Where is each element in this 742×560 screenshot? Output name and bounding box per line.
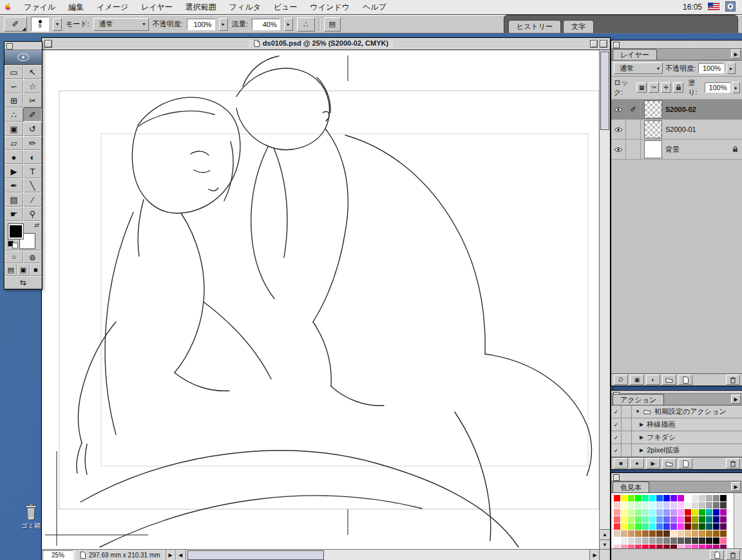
swatch-86[interactable] bbox=[656, 530, 663, 537]
swatch-120[interactable] bbox=[671, 545, 677, 548]
swatch-29[interactable] bbox=[706, 502, 712, 509]
swatch-77[interactable] bbox=[706, 523, 712, 530]
swatch-82[interactable] bbox=[628, 530, 634, 537]
swatch-72[interactable] bbox=[671, 523, 677, 530]
swatch-38[interactable] bbox=[656, 509, 663, 516]
swatch-63[interactable] bbox=[720, 516, 727, 523]
close-icon[interactable] bbox=[44, 40, 52, 48]
delete-swatch-icon[interactable] bbox=[726, 550, 740, 560]
swatch-89[interactable] bbox=[678, 530, 684, 537]
swatch-111[interactable] bbox=[720, 537, 727, 544]
opacity-slider-arrow[interactable]: ▸ bbox=[219, 18, 228, 31]
swatch-56[interactable] bbox=[671, 516, 677, 523]
swatch-21[interactable] bbox=[649, 502, 656, 509]
swatch-118[interactable] bbox=[656, 545, 663, 548]
layer-name[interactable]: 背景 bbox=[665, 145, 732, 154]
swatch-42[interactable] bbox=[685, 509, 691, 516]
swatch-107[interactable] bbox=[692, 537, 698, 544]
paintbrush-tool[interactable]: ✐ bbox=[23, 107, 42, 122]
swatch-91[interactable] bbox=[692, 530, 698, 537]
status-popup-arrow[interactable]: ▶ bbox=[166, 550, 176, 560]
swatch-126[interactable] bbox=[713, 545, 719, 548]
slice-tool[interactable]: ✂ bbox=[23, 93, 42, 107]
swatch-20[interactable] bbox=[642, 502, 649, 509]
swatch-58[interactable] bbox=[685, 516, 691, 523]
swatch-36[interactable] bbox=[642, 509, 649, 516]
canvas-area[interactable] bbox=[42, 50, 600, 550]
collapsed-triangle-icon[interactable]: ▶ bbox=[640, 447, 643, 453]
standard-mode-button[interactable]: ○ bbox=[5, 250, 23, 263]
layers-titlebar[interactable] bbox=[611, 41, 742, 49]
action-check-toggle[interactable]: ✓ bbox=[611, 406, 622, 418]
swatch-83[interactable] bbox=[635, 530, 642, 537]
swatch-71[interactable] bbox=[663, 523, 670, 530]
tab-actions[interactable]: アクション bbox=[613, 394, 664, 405]
tab-layers[interactable]: レイヤー bbox=[613, 49, 657, 60]
move-tool[interactable]: ↖ bbox=[23, 65, 42, 79]
lock-all-button[interactable] bbox=[673, 82, 683, 93]
path-select-tool[interactable]: ▶ bbox=[5, 164, 23, 178]
swatch-79[interactable] bbox=[720, 523, 727, 530]
swatch-10[interactable] bbox=[685, 495, 691, 501]
new-swatch-icon[interactable] bbox=[710, 550, 724, 560]
action-dialog-toggle[interactable] bbox=[622, 418, 632, 431]
swatch-105[interactable] bbox=[678, 537, 684, 544]
jump-to-imageready-button[interactable]: ⇆ bbox=[5, 276, 42, 289]
swatch-54[interactable] bbox=[656, 516, 663, 523]
swatch-12[interactable] bbox=[699, 495, 705, 501]
action-row-0[interactable]: ✓ ▶ 枠線描画 bbox=[611, 418, 742, 431]
swatch-103[interactable] bbox=[663, 537, 670, 544]
type-tool[interactable]: T bbox=[23, 164, 42, 178]
action-dialog-toggle[interactable] bbox=[622, 406, 632, 418]
blend-mode-dropdown[interactable]: 通常 ▾ bbox=[93, 18, 149, 31]
swatch-85[interactable] bbox=[649, 530, 656, 537]
swatch-59[interactable] bbox=[692, 516, 698, 523]
swatch-65[interactable] bbox=[621, 523, 627, 530]
swatch-45[interactable] bbox=[706, 509, 712, 516]
swatch-88[interactable] bbox=[671, 530, 677, 537]
hscroll-track[interactable] bbox=[186, 550, 589, 560]
swatch-1[interactable] bbox=[621, 495, 627, 501]
apple-menu-icon[interactable] bbox=[5, 3, 14, 12]
layer-row-s2000-02[interactable]: ✐ S2000-02 bbox=[611, 100, 742, 120]
history-brush-tool[interactable]: ↺ bbox=[23, 122, 42, 136]
collapsed-triangle-icon[interactable]: ▶ bbox=[640, 422, 643, 427]
swatch-13[interactable] bbox=[706, 495, 712, 501]
action-check-toggle[interactable]: ✓ bbox=[611, 418, 622, 431]
link-cell[interactable] bbox=[626, 120, 641, 139]
current-tool-button[interactable]: ✐ ◢ bbox=[4, 17, 27, 32]
swatch-2[interactable] bbox=[628, 495, 634, 501]
swatch-80[interactable] bbox=[614, 530, 620, 537]
swatch-43[interactable] bbox=[692, 509, 698, 516]
delete-action-icon[interactable] bbox=[726, 458, 740, 469]
pen-tool[interactable]: ✒ bbox=[5, 178, 23, 192]
opacity-input[interactable]: 100% bbox=[187, 19, 215, 30]
swatch-48[interactable] bbox=[614, 516, 620, 523]
layer-blend-mode-dropdown[interactable]: 通常 ▾ bbox=[614, 62, 663, 74]
menu-item-0[interactable]: ファイル bbox=[17, 1, 62, 14]
swatch-18[interactable] bbox=[628, 502, 634, 509]
action-row-2[interactable]: ✓ ▶ 2pixel拡張 bbox=[611, 444, 742, 457]
swatch-50[interactable] bbox=[628, 516, 634, 523]
swatch-53[interactable] bbox=[649, 516, 656, 523]
swatch-90[interactable] bbox=[685, 530, 691, 537]
menu-item-5[interactable]: フィルタ bbox=[223, 1, 267, 14]
active-layer-indicator[interactable]: ✐ bbox=[626, 100, 641, 119]
new-set-icon[interactable] bbox=[662, 458, 676, 469]
horizontal-scrollbar[interactable]: ◀ ▶ bbox=[176, 550, 600, 560]
swatch-76[interactable] bbox=[699, 523, 705, 530]
scroll-down-icon[interactable]: ▼ bbox=[600, 539, 610, 550]
palette-menu-icon[interactable]: ▶ bbox=[731, 50, 741, 59]
flow-input[interactable]: 40% bbox=[252, 19, 280, 30]
layer-opacity-input[interactable]: 100% bbox=[698, 63, 724, 73]
swatch-119[interactable] bbox=[663, 545, 670, 548]
action-check-toggle[interactable]: ✓ bbox=[611, 431, 622, 443]
eraser-tool[interactable]: ▱ bbox=[5, 136, 23, 150]
lock-transparency-button[interactable]: ▦ bbox=[636, 82, 647, 93]
swatches-titlebar[interactable] bbox=[611, 473, 742, 481]
swatch-57[interactable] bbox=[678, 516, 684, 523]
swatch-49[interactable] bbox=[621, 516, 627, 523]
lock-image-button[interactable]: ✑ bbox=[649, 82, 659, 93]
collapsed-triangle-icon[interactable]: ▶ bbox=[640, 434, 643, 440]
crop-tool[interactable]: ⊞ bbox=[5, 93, 23, 107]
